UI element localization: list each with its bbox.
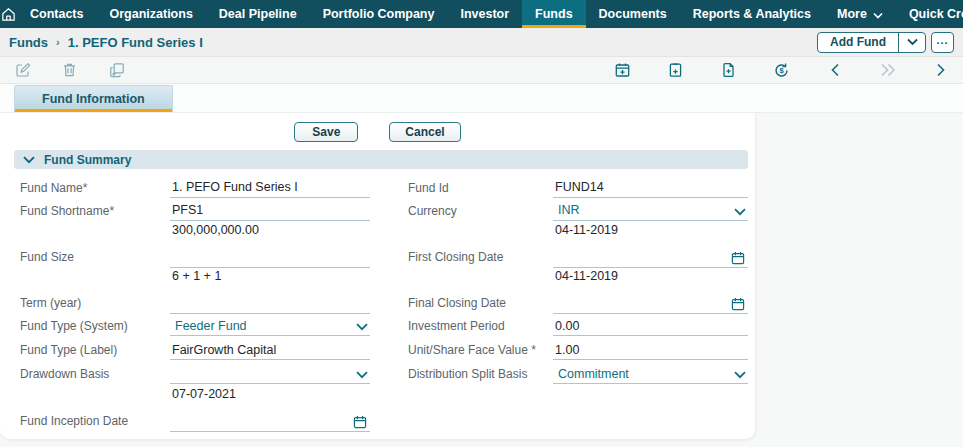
field-drawdown-basis: Drawdown Basis	[20, 362, 370, 386]
tab-fund-information[interactable]: Fund Information	[14, 85, 173, 112]
field-label: Drawdown Basis	[20, 367, 170, 381]
chevron-down-icon	[356, 323, 368, 331]
nav-item-reports-analytics[interactable]: Reports & Analytics	[680, 0, 824, 28]
chevron-down-icon	[734, 371, 746, 379]
nav-item-funds[interactable]: Funds	[522, 0, 586, 28]
chevron-down-icon	[873, 12, 883, 19]
distribution-split-basis-select[interactable]: Commitment	[553, 364, 748, 384]
board-add-icon[interactable]	[667, 62, 684, 79]
chevron-down-icon	[907, 38, 918, 46]
delete-icon[interactable]	[61, 62, 78, 79]
field-label: Fund Name*	[20, 181, 170, 195]
term-year-input[interactable]: 6 + 1 + 1	[170, 268, 370, 314]
breadcrumb-current: 1. PEFO Fund Series I	[68, 35, 203, 50]
add-fund-button[interactable]: Add Fund	[818, 33, 898, 52]
field-label: Distribution Split Basis	[408, 367, 553, 381]
content-area: Save Cancel Fund Summary Fund Name* 1. P…	[0, 113, 963, 447]
currency-select[interactable]: INR	[553, 201, 748, 221]
save-button[interactable]: Save	[294, 122, 358, 142]
fund-name-input[interactable]: 1. PEFO Fund Series I	[170, 178, 370, 198]
detail-tabs: Fund Information	[0, 84, 963, 113]
field-distribution-split-basis: Distribution Split Basis Commitment	[408, 362, 748, 386]
form-action-buttons: Save Cancel	[0, 113, 755, 142]
breadcrumb-funds-link[interactable]: Funds	[9, 35, 48, 50]
field-fund-inception-date: Fund Inception Date 07-07-2021	[20, 386, 370, 432]
top-navbar: Contacts Organizations Deal Pipeline Por…	[0, 0, 963, 28]
field-unit-share-face-value: Unit/Share Face Value * 1.00	[408, 338, 748, 362]
calendar-icon[interactable]	[731, 251, 745, 265]
form-right-column: Fund Id FUND14 Currency INR First C	[408, 176, 748, 432]
fund-type-label-input[interactable]: FairGrowth Capital	[170, 340, 370, 360]
field-label: Fund Id	[408, 181, 553, 195]
chevron-down-icon	[356, 371, 368, 379]
nav-item-more[interactable]: More	[824, 0, 896, 28]
drawdown-basis-select[interactable]	[170, 364, 370, 384]
file-add-icon[interactable]	[720, 62, 737, 79]
breadcrumb-separator-icon: ›	[56, 36, 60, 48]
fund-size-input[interactable]: 300,000,000.00	[170, 222, 370, 268]
field-label: Fund Inception Date	[20, 414, 170, 432]
record-toolbar: $	[0, 57, 963, 84]
field-fund-id: Fund Id FUND14	[408, 176, 748, 199]
nav-item-contacts[interactable]: Contacts	[17, 0, 96, 28]
field-fund-type-label: Fund Type (Label) FairGrowth Capital	[20, 338, 370, 362]
investment-period-input[interactable]: 0.00	[553, 316, 748, 336]
calendar-icon[interactable]	[731, 297, 745, 311]
field-investment-period: Investment Period 0.00	[408, 314, 748, 338]
fund-inception-date-input[interactable]: 07-07-2021	[170, 386, 370, 432]
field-term-year: Term (year) 6 + 1 + 1	[20, 268, 370, 314]
fund-id-input[interactable]: FUND14	[553, 178, 748, 198]
field-final-closing-date: Final Closing Date 04-11-2019	[408, 268, 748, 314]
field-label: Fund Type (System)	[20, 319, 170, 333]
field-label: Fund Type (Label)	[20, 343, 170, 357]
refresh-currency-icon[interactable]: $	[773, 62, 790, 79]
section-title: Fund Summary	[44, 153, 131, 167]
fund-summary-section-header[interactable]: Fund Summary	[14, 150, 748, 169]
nav-item-deal-pipeline[interactable]: Deal Pipeline	[206, 0, 310, 28]
field-fund-type-system: Fund Type (System) Feeder Fund	[20, 314, 370, 338]
chevron-down-icon	[23, 156, 35, 164]
nav-item-investor[interactable]: Investor	[447, 0, 522, 28]
add-fund-split-button: Add Fund	[817, 32, 926, 53]
field-first-closing-date: First Closing Date 04-11-2019	[408, 222, 748, 268]
field-fund-size: Fund Size 300,000,000.00	[20, 222, 370, 268]
chevron-left-icon[interactable]	[826, 62, 843, 79]
fund-type-system-select[interactable]: Feeder Fund	[170, 316, 370, 336]
first-closing-date-input[interactable]: 04-11-2019	[553, 222, 748, 268]
chevron-right-icon[interactable]	[932, 62, 949, 79]
field-fund-name: Fund Name* 1. PEFO Fund Series I	[20, 176, 370, 199]
header-actions: Add Fund ...	[817, 32, 954, 53]
calendar-icon[interactable]	[353, 415, 367, 429]
field-currency: Currency INR	[408, 199, 748, 222]
cancel-button[interactable]: Cancel	[389, 122, 460, 142]
clone-icon[interactable]	[108, 62, 125, 79]
field-label: Final Closing Date	[408, 296, 553, 314]
field-label: Investment Period	[408, 319, 553, 333]
toolbar-left-group	[14, 62, 125, 79]
field-label: Fund Size	[20, 250, 170, 268]
unit-share-face-value-input[interactable]: 1.00	[553, 340, 748, 360]
nav-item-portfolio-company[interactable]: Portfolio Company	[310, 0, 448, 28]
field-label: Fund Shortname*	[20, 204, 170, 218]
nav-item-organizations[interactable]: Organizations	[96, 0, 205, 28]
more-options-button[interactable]: ...	[931, 32, 954, 53]
field-label: Term (year)	[20, 296, 170, 314]
fund-form-card: Save Cancel Fund Summary Fund Name* 1. P…	[0, 113, 756, 439]
toolbar-right-group: $	[614, 62, 949, 79]
field-label: Currency	[408, 204, 553, 218]
home-icon	[0, 6, 17, 23]
calendar-add-icon[interactable]	[614, 62, 631, 79]
field-label: Unit/Share Face Value *	[408, 343, 553, 357]
edit-icon[interactable]	[14, 62, 31, 79]
field-fund-shortname: Fund Shortname* PFS1	[20, 199, 370, 222]
home-nav-button[interactable]	[0, 0, 17, 28]
breadcrumb-row: Funds › 1. PEFO Fund Series I Add Fund .…	[0, 28, 963, 57]
form-left-column: Fund Name* 1. PEFO Fund Series I Fund Sh…	[20, 176, 370, 432]
nav-item-documents[interactable]: Documents	[586, 0, 680, 28]
nav-item-quick-create[interactable]: Quick Create	[896, 0, 963, 28]
field-label: First Closing Date	[408, 250, 553, 268]
add-fund-dropdown-button[interactable]	[898, 33, 925, 52]
fund-shortname-input[interactable]: PFS1	[170, 201, 370, 221]
double-chevron-right-icon[interactable]	[879, 62, 896, 79]
final-closing-date-input[interactable]: 04-11-2019	[553, 268, 748, 314]
